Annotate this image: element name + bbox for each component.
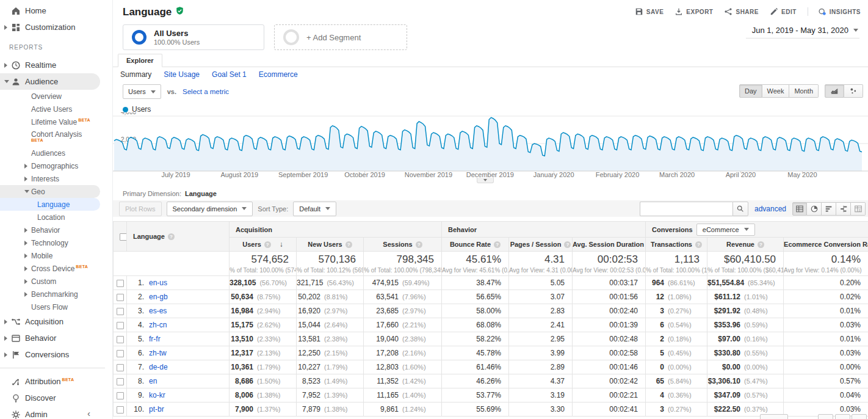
language-link[interactable]: zh-cn [149,321,167,329]
column-header-ecommerce-conversion-rate[interactable]: Ecommerce Conversion Rate? [784,238,868,252]
chevron-right-icon[interactable] [24,228,27,233]
row-checkbox[interactable] [117,336,124,343]
sidebar-item-cross-device[interactable]: Cross DeviceBETA [0,262,112,275]
language-link[interactable]: en-us [149,279,167,287]
sidebar-item-geo[interactable]: Geo [0,185,100,198]
line-chart-button[interactable] [825,84,844,98]
sidebar-item-overview[interactable]: Overview [0,90,112,103]
chevron-right-icon[interactable] [4,25,7,30]
chevron-right-icon[interactable] [24,177,27,181]
column-header-revenue[interactable]: Revenue? [707,238,784,252]
chevron-right-icon[interactable] [24,279,27,284]
motion-chart-button[interactable] [844,84,863,98]
save-button[interactable]: SAVE [635,7,664,16]
chevron-right-icon[interactable] [24,253,27,258]
sidebar-item-language[interactable]: Language [0,198,100,211]
next-page-button[interactable] [852,414,867,419]
percentage-view-button[interactable] [807,202,822,216]
add-segment-button[interactable]: + Add Segment [274,24,407,50]
language-link[interactable]: fr-fr [149,335,161,343]
segment-all-users[interactable]: All Users 100.00% Users [123,24,264,50]
row-checkbox[interactable] [117,308,124,315]
date-range-picker[interactable]: Jun 1, 2019 - May 31, 2020 [746,26,859,38]
language-link[interactable]: zh-tw [149,349,167,357]
annotations-expander[interactable] [477,178,494,183]
chevron-right-icon[interactable] [4,336,7,341]
language-link[interactable]: en [149,377,157,385]
sidebar-item-users-flow[interactable]: Users Flow [0,301,112,313]
row-checkbox[interactable] [117,406,124,414]
export-button[interactable]: EXPORT [675,7,713,16]
sidebar-item-realtime[interactable]: Realtime [0,57,112,73]
search-button[interactable] [732,202,748,216]
granularity-day-button[interactable]: Day [739,84,762,98]
row-checkbox[interactable] [117,322,124,329]
subnav-goal-set-1[interactable]: Goal Set 1 [212,70,247,79]
column-header-pages-session[interactable]: Pages / Session? [509,238,573,252]
sidebar-item-custom[interactable]: Custom [0,275,112,288]
primary-dimension-value[interactable]: Language [185,190,217,197]
sidebar-item-lifetime-value[interactable]: Lifetime ValueBETA [0,115,112,128]
sidebar-item-mobile[interactable]: Mobile [0,249,112,262]
chevron-right-icon[interactable] [24,266,27,271]
chevron-right-icon[interactable] [24,241,27,246]
language-link[interactable]: de-de [149,363,168,371]
granularity-week-button[interactable]: Week [762,84,790,98]
help-icon[interactable]: ? [695,241,702,248]
metric-select[interactable]: Users [123,84,161,99]
sidebar-item-discover[interactable]: Discover [0,390,112,406]
language-link[interactable]: en-gb [149,293,168,301]
sidebar-item-behavior[interactable]: Behavior [0,224,112,236]
sidebar-item-audiences[interactable]: Audiences [0,147,112,159]
plot-rows-button[interactable]: Plot Rows [119,202,162,216]
row-checkbox[interactable] [117,392,124,399]
chevron-down-icon[interactable] [24,190,29,193]
conversion-type-select[interactable]: eCommerce [696,224,755,236]
column-header-new-users[interactable]: New Users? [297,238,364,252]
sidebar-item-home[interactable]: Home [0,2,112,19]
goto-page-input[interactable] [818,414,833,419]
sidebar-item-active-users[interactable]: Active Users [0,103,112,115]
sidebar-item-customization[interactable]: Customization [0,19,112,35]
sidebar-item-location[interactable]: Location [0,211,112,224]
language-link[interactable]: pt-br [149,405,164,414]
sidebar-item-acquisition[interactable]: Acquisition [0,313,112,330]
sidebar-item-benchmarking[interactable]: Benchmarking [0,288,112,301]
chevron-right-icon[interactable] [24,164,27,169]
table-view-button[interactable] [792,202,807,216]
insights-button[interactable]: INSIGHTS [808,7,861,16]
row-checkbox[interactable] [117,280,124,287]
column-header-language[interactable]: Language? [127,222,230,252]
subnav-site-usage[interactable]: Site Usage [164,70,200,79]
help-icon[interactable]: ? [758,241,764,248]
help-icon[interactable]: ? [345,241,352,248]
collapse-sidebar-button[interactable]: ‹ [87,408,90,418]
sidebar-item-behavior-2[interactable]: Behavior [0,330,112,346]
language-link[interactable]: ko-kr [149,391,165,399]
prev-page-button[interactable] [835,414,850,419]
rows-per-page-select[interactable] [760,414,788,419]
chevron-right-icon[interactable] [4,319,7,324]
column-header-bounce-rate[interactable]: Bounce Rate? [442,238,509,252]
subnav-ecommerce[interactable]: Ecommerce [259,70,298,79]
sidebar-item-admin[interactable]: Admin [0,406,112,419]
select-metric-link[interactable]: Select a metric [183,88,229,95]
help-icon[interactable]: ? [494,241,501,248]
edit-button[interactable]: EDIT [770,7,797,16]
comparison-view-button[interactable] [836,202,851,216]
search-input[interactable] [640,202,732,216]
column-header-users[interactable]: Users?↓ [230,238,297,252]
chevron-right-icon[interactable] [4,63,7,68]
sidebar-item-conversions[interactable]: Conversions [0,346,112,363]
sidebar-item-cohort-analysis[interactable]: Cohort AnalysisBETA [0,128,112,147]
chevron-right-icon[interactable] [4,352,7,357]
tab-explorer[interactable]: Explorer [118,54,162,67]
select-all-checkbox[interactable] [120,233,127,241]
chevron-right-icon[interactable] [24,292,27,297]
row-checkbox[interactable] [117,350,124,357]
sidebar-item-technology[interactable]: Technology [0,236,112,249]
help-icon[interactable]: ? [264,241,271,248]
row-checkbox[interactable] [117,294,124,301]
pivot-view-button[interactable] [851,202,866,216]
row-checkbox[interactable] [117,364,124,371]
